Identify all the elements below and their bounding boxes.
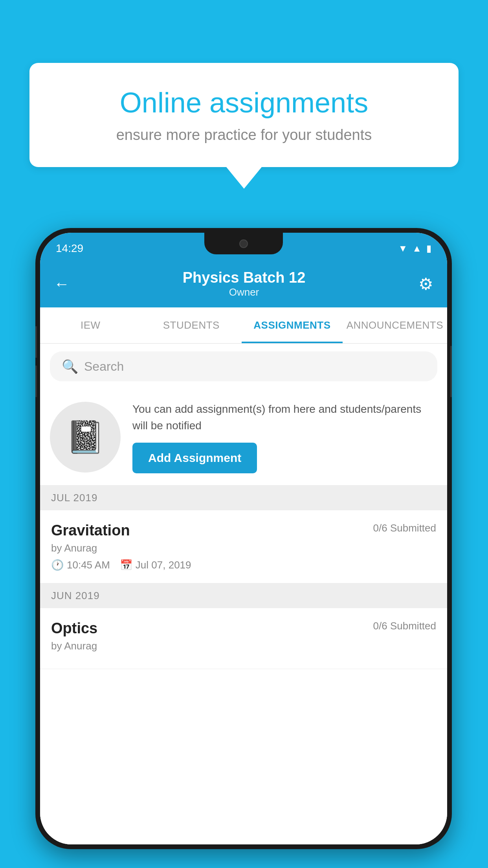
assignment-item-header-optics: Optics 0/6 Submitted — [51, 620, 436, 637]
assignment-icon-circle: 📓 — [50, 402, 121, 473]
search-icon: 🔍 — [62, 359, 78, 374]
assignment-description: You can add assignment(s) from here and … — [132, 401, 437, 434]
side-button-vol-down — [35, 366, 37, 397]
header-subtitle: Owner — [183, 286, 306, 298]
speech-bubble-arrow — [226, 167, 262, 189]
header-center: Physics Batch 12 Owner — [183, 269, 306, 298]
submitted-badge-gravitation: 0/6 Submitted — [373, 522, 436, 534]
assignment-meta-gravitation: 🕐 10:45 AM 📅 Jul 07, 2019 — [51, 559, 436, 571]
assignment-date-gravitation: Jul 07, 2019 — [136, 559, 191, 571]
add-assignment-button[interactable]: Add Assignment — [132, 443, 257, 473]
speech-bubble: Online assignments ensure more practice … — [29, 63, 459, 167]
add-assignment-section: 📓 You can add assignment(s) from here an… — [40, 389, 447, 485]
status-time: 14:29 — [56, 242, 83, 255]
phone-frame: 14:29 ▼ ▲ ▮ ← Physics Batch 12 Owner ⚙ I… — [35, 228, 452, 849]
month-header-jul-2019: JUL 2019 — [40, 485, 447, 510]
meta-date-gravitation: 📅 Jul 07, 2019 — [120, 559, 191, 571]
calendar-icon: 📅 — [120, 559, 132, 571]
search-container: 🔍 Search — [40, 344, 447, 389]
submitted-badge-optics: 0/6 Submitted — [373, 620, 436, 632]
assignment-item-header: Gravitation 0/6 Submitted — [51, 522, 436, 539]
phone-screen: 14:29 ▼ ▲ ▮ ← Physics Batch 12 Owner ⚙ I… — [40, 233, 447, 844]
assignment-name-gravitation: Gravitation — [51, 522, 130, 539]
tab-assignments[interactable]: ASSIGNMENTS — [242, 307, 343, 343]
assignment-item-optics[interactable]: Optics 0/6 Submitted by Anurag — [40, 608, 447, 669]
clock-icon: 🕐 — [51, 559, 64, 571]
search-bar[interactable]: 🔍 Search — [50, 351, 437, 381]
month-header-jun-2019: JUN 2019 — [40, 583, 447, 608]
phone-inner: 14:29 ▼ ▲ ▮ ← Physics Batch 12 Owner ⚙ I… — [40, 233, 447, 844]
search-placeholder: Search — [84, 359, 124, 374]
tab-iew[interactable]: IEW — [40, 307, 141, 343]
assignment-item-gravitation[interactable]: Gravitation 0/6 Submitted by Anurag 🕐 10… — [40, 510, 447, 583]
settings-icon[interactable]: ⚙ — [418, 274, 433, 294]
side-button-power — [450, 346, 452, 397]
speech-bubble-title: Online assignments — [57, 86, 431, 119]
speech-bubble-subtitle: ensure more practice for your students — [57, 127, 431, 143]
assignment-time-gravitation: 10:45 AM — [67, 559, 110, 571]
meta-time-gravitation: 🕐 10:45 AM — [51, 559, 110, 571]
tab-announcements[interactable]: ANNOUNCEMENTS — [343, 307, 447, 343]
notebook-icon: 📓 — [66, 419, 105, 456]
wifi-icon: ▼ — [398, 243, 407, 254]
content-area: 🔍 Search 📓 You can add assignment(s) fro… — [40, 344, 447, 844]
speech-bubble-container: Online assignments ensure more practice … — [29, 63, 459, 189]
tab-students[interactable]: STUDENTS — [141, 307, 242, 343]
tabs-container: IEW STUDENTS ASSIGNMENTS ANNOUNCEMENTS — [40, 307, 447, 344]
notch — [204, 233, 283, 254]
assignment-by-gravitation: by Anurag — [51, 542, 436, 554]
battery-icon: ▮ — [426, 243, 431, 254]
status-icons: ▼ ▲ ▮ — [398, 243, 431, 254]
side-button-vol-up — [35, 326, 37, 358]
back-button[interactable]: ← — [54, 275, 70, 293]
app-header: ← Physics Batch 12 Owner ⚙ — [40, 260, 447, 307]
signal-icon: ▲ — [412, 243, 422, 254]
assignment-by-optics: by Anurag — [51, 640, 436, 652]
assignment-text-area: You can add assignment(s) from here and … — [132, 401, 437, 473]
assignment-name-optics: Optics — [51, 620, 97, 637]
camera — [239, 239, 248, 248]
header-title: Physics Batch 12 — [183, 269, 306, 286]
